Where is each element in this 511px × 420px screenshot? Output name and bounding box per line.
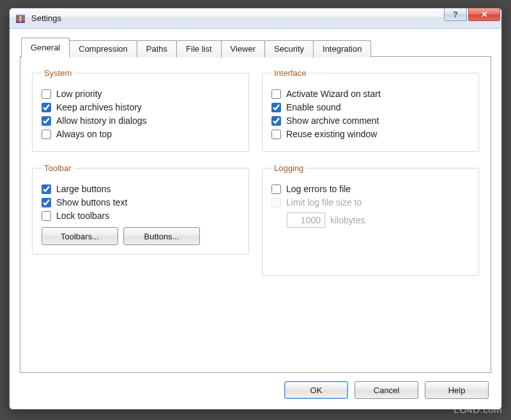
- tab-label: Viewer: [231, 44, 256, 54]
- chk-label: Allow history in dialogs: [56, 116, 147, 126]
- tab-general[interactable]: General: [21, 38, 70, 57]
- chk-label: Lock toolbars: [56, 211, 109, 221]
- tab-strip: General Compression Paths File list View…: [20, 38, 491, 57]
- group-logging: Logging Log errors to file Limit log fil…: [262, 163, 479, 276]
- group-legend: Interface: [271, 68, 309, 78]
- close-icon: ✕: [481, 10, 488, 19]
- log-size-unit: kilobytes: [330, 215, 365, 225]
- ok-button[interactable]: OK: [284, 381, 348, 399]
- tab-label: Paths: [146, 44, 167, 54]
- tab-label: General: [31, 43, 60, 52]
- chk-enable-sound[interactable]: Enable sound: [271, 102, 469, 112]
- chk-label: Show archive comment: [286, 116, 379, 126]
- chk-label: Always on top: [56, 129, 112, 139]
- group-toolbar: Toolbar Large buttons Show buttons text …: [32, 163, 249, 255]
- chk-allow-history-in-dialogs[interactable]: Allow history in dialogs: [42, 116, 240, 126]
- chk-lock-toolbars[interactable]: Lock toolbars: [42, 211, 240, 221]
- checkbox[interactable]: [42, 130, 51, 139]
- chk-label: Large buttons: [56, 184, 111, 194]
- help-button-titlebar[interactable]: ?: [444, 8, 467, 21]
- tab-viewer[interactable]: Viewer: [221, 40, 266, 57]
- tab-label: Security: [274, 44, 304, 54]
- chk-log-errors[interactable]: Log errors to file: [271, 184, 469, 194]
- tab-compression[interactable]: Compression: [69, 40, 137, 57]
- chk-keep-archives-history[interactable]: Keep archives history: [42, 102, 240, 112]
- checkbox[interactable]: [42, 89, 51, 99]
- chk-label: Keep archives history: [56, 102, 142, 112]
- chk-label: Activate Wizard on start: [286, 89, 381, 99]
- group-legend: Logging: [271, 163, 306, 173]
- settings-window: Settings ? ✕ General Compression Paths F…: [9, 8, 502, 410]
- question-icon: ?: [453, 10, 457, 19]
- checkbox[interactable]: [42, 116, 51, 126]
- toolbars-button[interactable]: Toolbars...: [42, 227, 118, 245]
- group-interface: Interface Activate Wizard on start Enabl…: [262, 68, 479, 152]
- checkbox[interactable]: [42, 198, 51, 207]
- row-top: System Low priority Keep archives histor…: [32, 68, 479, 163]
- group-legend: Toolbar: [42, 163, 74, 173]
- tab-security[interactable]: Security: [264, 40, 314, 57]
- group-system: System Low priority Keep archives histor…: [32, 68, 249, 152]
- tab-label: File list: [186, 44, 211, 54]
- toolbar-button-row: Toolbars... Buttons...: [42, 227, 240, 245]
- log-size-row: kilobytes: [287, 213, 469, 228]
- chk-low-priority[interactable]: Low priority: [42, 89, 240, 99]
- group-legend: System: [42, 68, 74, 78]
- checkbox[interactable]: [42, 211, 51, 221]
- chk-label: Enable sound: [286, 102, 341, 112]
- close-button[interactable]: ✕: [468, 8, 500, 21]
- chk-always-on-top[interactable]: Always on top: [42, 129, 240, 139]
- tab-file-list[interactable]: File list: [176, 40, 221, 57]
- checkbox[interactable]: [271, 130, 281, 139]
- titlebar-buttons: ? ✕: [445, 8, 501, 28]
- chk-large-buttons[interactable]: Large buttons: [42, 184, 240, 194]
- checkbox[interactable]: [42, 103, 51, 112]
- checkbox[interactable]: [271, 103, 281, 112]
- winrar-icon: [15, 13, 26, 24]
- chk-show-buttons-text[interactable]: Show buttons text: [42, 197, 240, 207]
- titlebar: Settings ? ✕: [10, 8, 501, 29]
- client-area: General Compression Paths File list View…: [10, 29, 501, 409]
- svg-rect-5: [19, 15, 22, 22]
- chk-limit-log-size: Limit log file size to: [271, 197, 469, 207]
- buttons-button[interactable]: Buttons...: [123, 227, 200, 245]
- chk-label: Limit log file size to: [286, 197, 362, 207]
- row-bottom: Toolbar Large buttons Show buttons text …: [32, 163, 479, 287]
- chk-label: Show buttons text: [56, 197, 127, 207]
- tab-label: Compression: [79, 44, 128, 54]
- chk-label: Low priority: [56, 89, 102, 99]
- window-title: Settings: [31, 13, 445, 23]
- chk-activate-wizard[interactable]: Activate Wizard on start: [271, 89, 469, 99]
- checkbox[interactable]: [42, 184, 51, 194]
- tab-integration[interactable]: Integration: [313, 40, 371, 57]
- chk-label: Log errors to file: [286, 184, 351, 194]
- tab-paths[interactable]: Paths: [137, 40, 177, 57]
- chk-label: Reuse existing window: [286, 129, 377, 139]
- checkbox[interactable]: [271, 116, 281, 126]
- tab-panel: System Low priority Keep archives histor…: [20, 56, 491, 373]
- checkbox: [271, 198, 281, 207]
- tab-label: Integration: [323, 44, 362, 54]
- help-button[interactable]: Help: [425, 381, 489, 399]
- checkbox[interactable]: [271, 184, 281, 194]
- log-size-input: [287, 213, 325, 228]
- chk-reuse-existing-window[interactable]: Reuse existing window: [271, 129, 469, 139]
- dialog-footer: OK Cancel Help: [20, 373, 491, 401]
- chk-show-archive-comment[interactable]: Show archive comment: [271, 116, 469, 126]
- checkbox[interactable]: [271, 89, 281, 99]
- cancel-button[interactable]: Cancel: [355, 381, 418, 399]
